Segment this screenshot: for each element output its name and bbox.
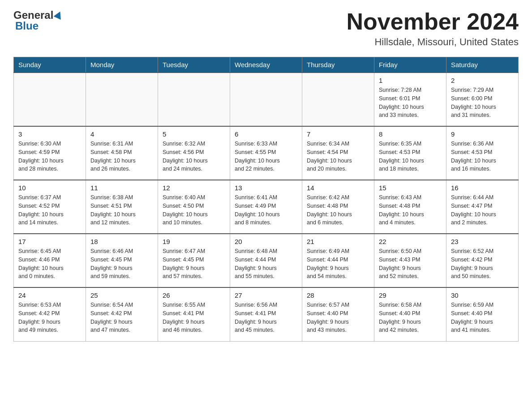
calendar-cell-4-5: 21Sunrise: 6:49 AMSunset: 4:44 PMDayligh…: [302, 234, 374, 287]
calendar-cell-3-3: 12Sunrise: 6:40 AMSunset: 4:50 PMDayligh…: [158, 180, 230, 234]
day-number: 25: [90, 291, 153, 299]
day-info: Sunrise: 6:42 AMSunset: 4:48 PMDaylight:…: [307, 193, 369, 227]
day-number: 8: [379, 130, 442, 138]
calendar-cell-3-7: 16Sunrise: 6:44 AMSunset: 4:47 PMDayligh…: [446, 180, 519, 234]
calendar-cell-1-1: [14, 73, 86, 126]
day-info: Sunrise: 6:49 AMSunset: 4:44 PMDaylight:…: [307, 247, 369, 281]
day-number: 3: [18, 130, 81, 138]
calendar-cell-4-7: 23Sunrise: 6:52 AMSunset: 4:42 PMDayligh…: [446, 234, 519, 287]
week-row-1: 1Sunrise: 7:28 AMSunset: 6:01 PMDaylight…: [14, 73, 519, 126]
day-number: 26: [163, 291, 225, 299]
day-info: Sunrise: 6:47 AMSunset: 4:45 PMDaylight:…: [163, 247, 225, 281]
day-number: 21: [307, 238, 369, 245]
logo-triangle-icon: [54, 9, 64, 19]
calendar-cell-1-3: [158, 73, 230, 126]
calendar-header-row: SundayMondayTuesdayWednesdayThursdayFrid…: [14, 57, 519, 73]
col-header-saturday: Saturday: [446, 57, 519, 73]
calendar-cell-5-7: 30Sunrise: 6:59 AMSunset: 4:40 PMDayligh…: [446, 287, 519, 341]
calendar-cell-2-4: 6Sunrise: 6:33 AMSunset: 4:55 PMDaylight…: [230, 126, 302, 180]
day-number: 2: [451, 77, 514, 84]
week-row-2: 3Sunrise: 6:30 AMSunset: 4:59 PMDaylight…: [14, 126, 519, 180]
col-header-tuesday: Tuesday: [158, 57, 230, 73]
day-number: 16: [451, 184, 514, 192]
calendar-cell-2-7: 9Sunrise: 6:36 AMSunset: 4:53 PMDaylight…: [446, 126, 519, 180]
week-row-5: 24Sunrise: 6:53 AMSunset: 4:42 PMDayligh…: [14, 287, 519, 341]
day-number: 14: [307, 184, 369, 192]
week-row-3: 10Sunrise: 6:37 AMSunset: 4:52 PMDayligh…: [14, 180, 519, 234]
day-number: 23: [451, 238, 514, 245]
day-number: 20: [235, 238, 297, 245]
calendar-cell-1-2: [86, 73, 158, 126]
calendar-cell-2-2: 4Sunrise: 6:31 AMSunset: 4:58 PMDaylight…: [86, 126, 158, 180]
day-info: Sunrise: 6:48 AMSunset: 4:44 PMDaylight:…: [235, 247, 297, 281]
day-info: Sunrise: 6:52 AMSunset: 4:42 PMDaylight:…: [451, 247, 514, 281]
day-info: Sunrise: 6:46 AMSunset: 4:45 PMDaylight:…: [90, 247, 153, 281]
day-number: 9: [451, 130, 514, 138]
day-number: 22: [379, 238, 442, 245]
calendar-cell-3-1: 10Sunrise: 6:37 AMSunset: 4:52 PMDayligh…: [14, 180, 86, 234]
day-number: 28: [307, 291, 369, 299]
day-number: 5: [163, 130, 225, 138]
day-number: 6: [235, 130, 297, 138]
day-info: Sunrise: 6:38 AMSunset: 4:51 PMDaylight:…: [90, 193, 153, 227]
calendar-cell-5-1: 24Sunrise: 6:53 AMSunset: 4:42 PMDayligh…: [14, 287, 86, 341]
day-number: 4: [90, 130, 153, 138]
calendar-cell-3-2: 11Sunrise: 6:38 AMSunset: 4:51 PMDayligh…: [86, 180, 158, 234]
day-info: Sunrise: 6:31 AMSunset: 4:58 PMDaylight:…: [90, 140, 153, 173]
calendar-cell-5-2: 25Sunrise: 6:54 AMSunset: 4:42 PMDayligh…: [86, 287, 158, 341]
calendar-cell-4-2: 18Sunrise: 6:46 AMSunset: 4:45 PMDayligh…: [86, 234, 158, 287]
calendar-cell-5-3: 26Sunrise: 6:55 AMSunset: 4:41 PMDayligh…: [158, 287, 230, 341]
calendar-cell-4-6: 22Sunrise: 6:50 AMSunset: 4:43 PMDayligh…: [374, 234, 446, 287]
col-header-monday: Monday: [86, 57, 158, 73]
day-info: Sunrise: 6:54 AMSunset: 4:42 PMDaylight:…: [90, 301, 153, 334]
calendar-cell-4-3: 19Sunrise: 6:47 AMSunset: 4:45 PMDayligh…: [158, 234, 230, 287]
day-info: Sunrise: 6:57 AMSunset: 4:40 PMDaylight:…: [307, 301, 369, 334]
calendar-cell-2-6: 8Sunrise: 6:35 AMSunset: 4:53 PMDaylight…: [374, 126, 446, 180]
day-number: 24: [18, 291, 81, 299]
day-info: Sunrise: 6:37 AMSunset: 4:52 PMDaylight:…: [18, 193, 81, 227]
location-title: Hillsdale, Missouri, United States: [347, 36, 519, 48]
day-info: Sunrise: 6:43 AMSunset: 4:48 PMDaylight:…: [379, 193, 442, 227]
calendar-cell-2-1: 3Sunrise: 6:30 AMSunset: 4:59 PMDaylight…: [14, 126, 86, 180]
day-info: Sunrise: 6:44 AMSunset: 4:47 PMDaylight:…: [451, 193, 514, 227]
day-number: 18: [90, 238, 153, 245]
calendar-cell-1-5: [302, 73, 374, 126]
day-number: 11: [90, 184, 153, 192]
col-header-thursday: Thursday: [302, 57, 374, 73]
calendar-cell-5-5: 28Sunrise: 6:57 AMSunset: 4:40 PMDayligh…: [302, 287, 374, 341]
calendar-table: SundayMondayTuesdayWednesdayThursdayFrid…: [13, 57, 519, 342]
calendar-cell-1-4: [230, 73, 302, 126]
day-number: 17: [18, 238, 81, 245]
day-number: 12: [163, 184, 225, 192]
day-number: 29: [379, 291, 442, 299]
calendar-cell-1-7: 2Sunrise: 7:29 AMSunset: 6:00 PMDaylight…: [446, 73, 519, 126]
day-info: Sunrise: 6:41 AMSunset: 4:49 PMDaylight:…: [235, 193, 297, 227]
day-info: Sunrise: 6:55 AMSunset: 4:41 PMDaylight:…: [163, 301, 225, 334]
day-number: 7: [307, 130, 369, 138]
day-info: Sunrise: 6:40 AMSunset: 4:50 PMDaylight:…: [163, 193, 225, 227]
calendar-cell-1-6: 1Sunrise: 7:28 AMSunset: 6:01 PMDaylight…: [374, 73, 446, 126]
day-info: Sunrise: 6:58 AMSunset: 4:40 PMDaylight:…: [379, 301, 442, 334]
calendar-cell-4-4: 20Sunrise: 6:48 AMSunset: 4:44 PMDayligh…: [230, 234, 302, 287]
day-number: 13: [235, 184, 297, 192]
day-info: Sunrise: 6:53 AMSunset: 4:42 PMDaylight:…: [18, 301, 81, 334]
calendar-cell-3-6: 15Sunrise: 6:43 AMSunset: 4:48 PMDayligh…: [374, 180, 446, 234]
logo: General Blue: [13, 9, 63, 32]
calendar-cell-4-1: 17Sunrise: 6:45 AMSunset: 4:46 PMDayligh…: [14, 234, 86, 287]
day-number: 27: [235, 291, 297, 299]
calendar-cell-5-4: 27Sunrise: 6:56 AMSunset: 4:41 PMDayligh…: [230, 287, 302, 341]
week-row-4: 17Sunrise: 6:45 AMSunset: 4:46 PMDayligh…: [14, 234, 519, 287]
day-number: 10: [18, 184, 81, 192]
calendar-cell-3-5: 14Sunrise: 6:42 AMSunset: 4:48 PMDayligh…: [302, 180, 374, 234]
day-info: Sunrise: 6:30 AMSunset: 4:59 PMDaylight:…: [18, 140, 81, 173]
day-number: 30: [451, 291, 514, 299]
calendar-cell-2-5: 7Sunrise: 6:34 AMSunset: 4:54 PMDaylight…: [302, 126, 374, 180]
day-number: 15: [379, 184, 442, 192]
day-info: Sunrise: 7:28 AMSunset: 6:01 PMDaylight:…: [379, 86, 442, 120]
month-title: November 2024: [347, 9, 519, 34]
day-number: 19: [163, 238, 225, 245]
col-header-sunday: Sunday: [14, 57, 86, 73]
calendar-cell-2-3: 5Sunrise: 6:32 AMSunset: 4:56 PMDaylight…: [158, 126, 230, 180]
calendar-cell-5-6: 29Sunrise: 6:58 AMSunset: 4:40 PMDayligh…: [374, 287, 446, 341]
col-header-friday: Friday: [374, 57, 446, 73]
